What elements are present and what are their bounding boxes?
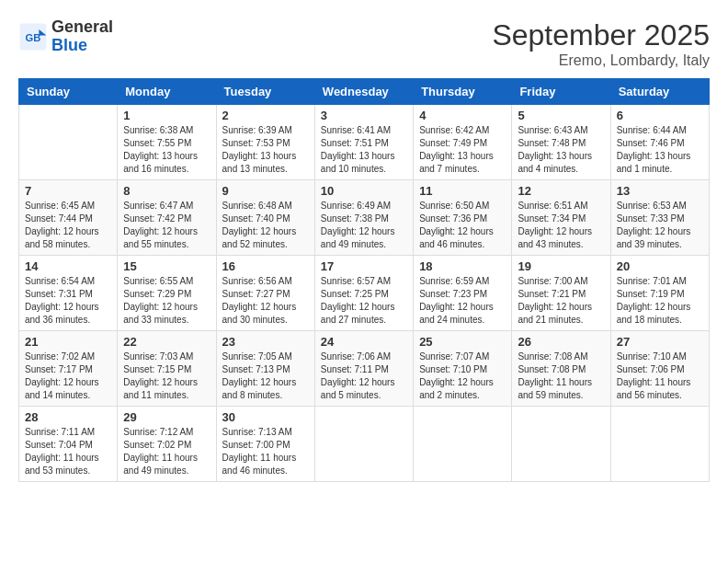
logo-text: General Blue [51, 18, 113, 55]
day-cell: 19Sunrise: 7:00 AMSunset: 7:21 PMDayligh… [512, 256, 610, 331]
day-number: 27 [617, 335, 703, 349]
day-cell: 26Sunrise: 7:08 AMSunset: 7:08 PMDayligh… [512, 331, 610, 407]
day-info: Sunrise: 7:11 AMSunset: 7:04 PMDaylight:… [25, 426, 111, 477]
title-area: September 2025 Eremo, Lombardy, Italy [492, 18, 710, 69]
day-number: 13 [617, 184, 703, 198]
day-cell: 11Sunrise: 6:50 AMSunset: 7:36 PMDayligh… [414, 180, 512, 256]
day-cell: 29Sunrise: 7:12 AMSunset: 7:02 PMDayligh… [118, 407, 216, 482]
day-number: 1 [123, 109, 210, 122]
day-number: 21 [25, 335, 111, 349]
day-cell: 12Sunrise: 6:51 AMSunset: 7:34 PMDayligh… [512, 180, 610, 256]
day-cell: 16Sunrise: 6:56 AMSunset: 7:27 PMDayligh… [216, 256, 314, 331]
day-info: Sunrise: 7:08 AMSunset: 7:08 PMDaylight:… [518, 350, 604, 402]
day-number: 3 [321, 109, 407, 122]
day-cell: 30Sunrise: 7:13 AMSunset: 7:00 PMDayligh… [216, 407, 314, 482]
day-info: Sunrise: 6:43 AMSunset: 7:48 PMDaylight:… [518, 124, 604, 176]
day-cell: 21Sunrise: 7:02 AMSunset: 7:17 PMDayligh… [19, 331, 118, 407]
day-info: Sunrise: 6:45 AMSunset: 7:44 PMDaylight:… [25, 200, 111, 251]
day-number: 20 [617, 259, 703, 273]
weekday-header-friday: Friday [512, 79, 610, 105]
day-cell: 27Sunrise: 7:10 AMSunset: 7:06 PMDayligh… [610, 331, 709, 407]
day-number: 19 [518, 259, 604, 273]
day-cell [512, 407, 610, 482]
day-info: Sunrise: 6:42 AMSunset: 7:49 PMDaylight:… [419, 124, 506, 176]
day-cell: 24Sunrise: 7:06 AMSunset: 7:11 PMDayligh… [314, 331, 413, 407]
day-cell: 9Sunrise: 6:48 AMSunset: 7:40 PMDaylight… [216, 180, 314, 256]
day-cell: 6Sunrise: 6:44 AMSunset: 7:46 PMDaylight… [610, 105, 709, 180]
day-cell [314, 407, 413, 482]
day-cell: 5Sunrise: 6:43 AMSunset: 7:48 PMDaylight… [512, 105, 610, 180]
day-info: Sunrise: 6:39 AMSunset: 7:53 PMDaylight:… [222, 124, 309, 176]
day-info: Sunrise: 7:01 AMSunset: 7:19 PMDaylight:… [617, 275, 703, 327]
day-info: Sunrise: 6:38 AMSunset: 7:55 PMDaylight:… [123, 124, 210, 176]
day-number: 15 [123, 259, 210, 273]
logo-blue-text: Blue [51, 36, 87, 54]
week-row-2: 7Sunrise: 6:45 AMSunset: 7:44 PMDaylight… [19, 180, 710, 256]
day-cell: 7Sunrise: 6:45 AMSunset: 7:44 PMDaylight… [19, 180, 118, 256]
weekday-header-wednesday: Wednesday [314, 79, 413, 105]
day-cell: 18Sunrise: 6:59 AMSunset: 7:23 PMDayligh… [414, 256, 512, 331]
month-title: September 2025 [492, 18, 710, 52]
day-info: Sunrise: 7:02 AMSunset: 7:17 PMDaylight:… [25, 350, 111, 402]
day-number: 5 [518, 109, 604, 122]
day-number: 30 [222, 410, 309, 424]
day-cell: 8Sunrise: 6:47 AMSunset: 7:42 PMDaylight… [118, 180, 216, 256]
weekday-header-thursday: Thursday [414, 79, 512, 105]
day-info: Sunrise: 7:13 AMSunset: 7:00 PMDaylight:… [222, 426, 309, 477]
day-number: 7 [25, 184, 111, 198]
day-number: 8 [123, 184, 210, 198]
svg-text:GB: GB [26, 32, 41, 43]
day-cell: 13Sunrise: 6:53 AMSunset: 7:33 PMDayligh… [610, 180, 709, 256]
day-cell: 22Sunrise: 7:03 AMSunset: 7:15 PMDayligh… [118, 331, 216, 407]
day-info: Sunrise: 6:49 AMSunset: 7:38 PMDaylight:… [321, 200, 407, 251]
day-cell: 20Sunrise: 7:01 AMSunset: 7:19 PMDayligh… [610, 256, 709, 331]
logo-icon: GB [18, 22, 48, 52]
day-number: 28 [25, 410, 111, 424]
day-info: Sunrise: 7:00 AMSunset: 7:21 PMDaylight:… [518, 275, 604, 327]
day-info: Sunrise: 6:57 AMSunset: 7:25 PMDaylight:… [321, 275, 407, 327]
day-number: 24 [321, 335, 407, 349]
day-info: Sunrise: 6:47 AMSunset: 7:42 PMDaylight:… [123, 200, 210, 251]
day-number: 12 [518, 184, 604, 198]
weekday-header-saturday: Saturday [610, 79, 709, 105]
day-info: Sunrise: 7:10 AMSunset: 7:06 PMDaylight:… [617, 350, 703, 402]
logo-general-text: General [51, 17, 113, 36]
header: GB General Blue September 2025 Eremo, Lo… [18, 18, 710, 69]
day-cell: 15Sunrise: 6:55 AMSunset: 7:29 PMDayligh… [118, 256, 216, 331]
day-info: Sunrise: 6:56 AMSunset: 7:27 PMDaylight:… [222, 275, 309, 327]
day-info: Sunrise: 6:59 AMSunset: 7:23 PMDaylight:… [419, 275, 506, 327]
day-number: 26 [518, 335, 604, 349]
day-cell: 14Sunrise: 6:54 AMSunset: 7:31 PMDayligh… [19, 256, 118, 331]
day-info: Sunrise: 7:05 AMSunset: 7:13 PMDaylight:… [222, 350, 309, 402]
day-cell [610, 407, 709, 482]
week-row-4: 21Sunrise: 7:02 AMSunset: 7:17 PMDayligh… [19, 331, 710, 407]
day-number: 25 [419, 335, 506, 349]
day-info: Sunrise: 7:07 AMSunset: 7:10 PMDaylight:… [419, 350, 506, 402]
day-info: Sunrise: 6:55 AMSunset: 7:29 PMDaylight:… [123, 275, 210, 327]
day-number: 29 [123, 410, 210, 424]
day-cell [414, 407, 512, 482]
day-number: 18 [419, 259, 506, 273]
day-cell: 25Sunrise: 7:07 AMSunset: 7:10 PMDayligh… [414, 331, 512, 407]
week-row-5: 28Sunrise: 7:11 AMSunset: 7:04 PMDayligh… [19, 407, 710, 482]
logo: GB General Blue [18, 18, 113, 55]
weekday-header-monday: Monday [118, 79, 216, 105]
day-number: 17 [321, 259, 407, 273]
day-cell: 1Sunrise: 6:38 AMSunset: 7:55 PMDaylight… [118, 105, 216, 180]
week-row-1: 1Sunrise: 6:38 AMSunset: 7:55 PMDaylight… [19, 105, 710, 180]
day-cell: 3Sunrise: 6:41 AMSunset: 7:51 PMDaylight… [314, 105, 413, 180]
day-info: Sunrise: 6:41 AMSunset: 7:51 PMDaylight:… [321, 124, 407, 176]
day-cell: 23Sunrise: 7:05 AMSunset: 7:13 PMDayligh… [216, 331, 314, 407]
day-info: Sunrise: 7:06 AMSunset: 7:11 PMDaylight:… [321, 350, 407, 402]
day-number: 16 [222, 259, 309, 273]
day-info: Sunrise: 7:12 AMSunset: 7:02 PMDaylight:… [123, 426, 210, 477]
day-info: Sunrise: 6:50 AMSunset: 7:36 PMDaylight:… [419, 200, 506, 251]
day-cell: 28Sunrise: 7:11 AMSunset: 7:04 PMDayligh… [19, 407, 118, 482]
day-number: 9 [222, 184, 309, 198]
day-number: 10 [321, 184, 407, 198]
day-info: Sunrise: 6:44 AMSunset: 7:46 PMDaylight:… [617, 124, 703, 176]
day-number: 23 [222, 335, 309, 349]
day-number: 14 [25, 259, 111, 273]
weekday-header-tuesday: Tuesday [216, 79, 314, 105]
weekday-header-sunday: Sunday [19, 79, 118, 105]
